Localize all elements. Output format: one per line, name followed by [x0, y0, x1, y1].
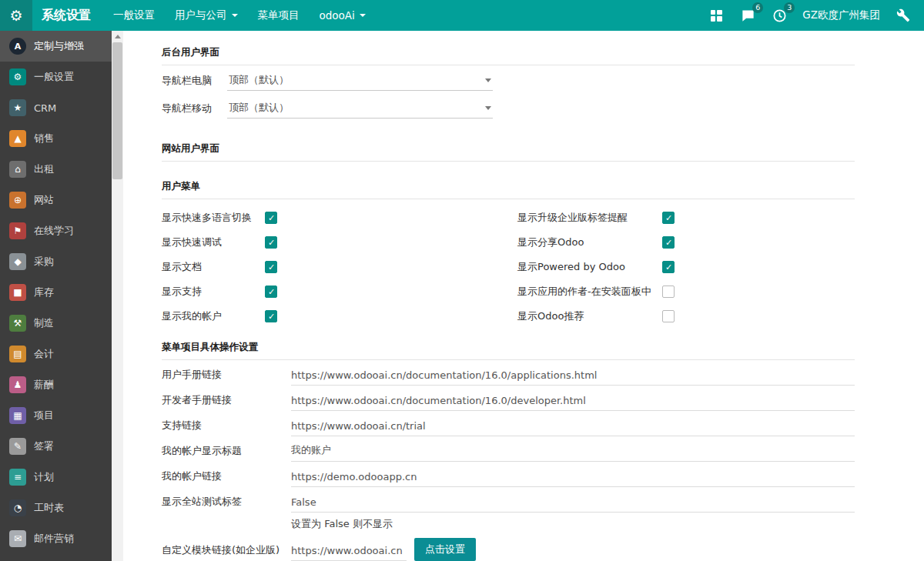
checkbox-row: 显示我的帐户 显示Odoo推荐 [162, 304, 855, 329]
sidebar-item-inventory[interactable]: ■ 库存 [0, 277, 112, 308]
test-label-help-row: 设置为 False 则不显示 [162, 515, 855, 536]
sidebar-item-payroll[interactable]: ♟ 薪酬 [0, 369, 112, 400]
topbar: ⚙ 系统设置 一般设置 用户与公司 菜单项目 odooAi 6 [0, 0, 924, 31]
sidebar-item-label: 库存 [34, 286, 54, 299]
checkbox[interactable] [662, 286, 675, 298]
topbar-right: 6 3 GZ欧度广州集团 [708, 7, 924, 24]
icon-glyph: ▦ [13, 411, 22, 420]
sidebar-item-sales[interactable]: ▲ 销售 [0, 123, 112, 154]
icon-glyph: ⚒ [14, 319, 22, 328]
icon-glyph: A [15, 42, 22, 51]
sidebar-item-accounting[interactable]: ▤ 会计 [0, 339, 112, 369]
sidebar-item-general-settings[interactable]: ⚙ 一般设置 [0, 62, 112, 92]
user-manual-link-row: 用户手册链接 https://www.odooai.cn/documentati… [162, 360, 855, 386]
sidebar-item-label: 出租 [34, 162, 54, 176]
section-website-ui: 网站用户界面 [162, 142, 855, 162]
user-manual-link-input[interactable]: https://www.odooai.cn/documentation/16.0… [291, 369, 855, 386]
scroll-up-arrow-icon[interactable] [112, 31, 123, 42]
sidebar-item-project[interactable]: ▦ 项目 [0, 400, 112, 431]
accounting-icon: ▤ [9, 346, 26, 362]
sidebar-item-purchase[interactable]: ◆ 采购 [0, 246, 112, 277]
sidebar-item-planning[interactable]: ≡ 计划 [0, 462, 112, 493]
support-link-input[interactable]: https://www.odooai.cn/trial [291, 420, 855, 436]
account-title-row: 我的帐户显示标题 我的账户 [162, 436, 855, 462]
field-label: 我的帐户链接 [162, 469, 291, 487]
navbar-mobile-select[interactable]: 顶部（默认） [227, 98, 493, 119]
sidebar-item-website[interactable]: ⊕ 网站 [0, 185, 112, 215]
checkbox[interactable] [265, 236, 277, 249]
checkbox-row: 显示支持 显示应用的作者-在安装面板中 [162, 279, 855, 304]
messages-button[interactable]: 6 [739, 7, 756, 24]
sidebar-item-label: 制造 [34, 316, 54, 330]
menu-users-companies[interactable]: 用户与公司 [165, 0, 248, 31]
test-label-row: 显示全站测试标签 False [162, 487, 855, 513]
app-title[interactable]: 系统设置 [32, 8, 103, 24]
activities-button[interactable]: 3 [771, 7, 788, 24]
sidebar-item-elearning[interactable]: ⚑ 在线学习 [0, 215, 112, 246]
sidebar-item-sign[interactable]: ✎ 签署 [0, 431, 112, 462]
debug-tools-button[interactable] [895, 7, 912, 24]
checkbox-label: 显示快速调试 [162, 235, 265, 249]
chevron-down-icon [360, 14, 366, 17]
checkbox[interactable] [662, 236, 675, 249]
gear-icon: ⚙ [9, 68, 26, 85]
sidebar-item-manufacturing[interactable]: ⚒ 制造 [0, 308, 112, 339]
apps-icon[interactable] [708, 7, 725, 24]
sidebar-item-timesheets[interactable]: ◔ 工时表 [0, 493, 112, 523]
checkbox-label: 显示快速多语言切换 [162, 211, 265, 225]
account-title-input[interactable]: 我的账户 [291, 443, 855, 462]
sidebar-item-customization[interactable]: A 定制与增强 [0, 31, 112, 62]
account-link-row: 我的帐户链接 https://demo.odooapp.cn [162, 462, 855, 487]
configure-button[interactable]: 点击设置 [414, 538, 476, 561]
sidebar-item-rental[interactable]: ⌂ 出租 [0, 154, 112, 185]
developer-manual-link-input[interactable]: https://www.odooai.cn/documentation/16.0… [291, 395, 855, 411]
sidebar-item-label: 采购 [34, 255, 54, 269]
field-label: 导航栏移动 [162, 102, 227, 115]
checkbox-label: 显示分享Odoo [517, 235, 662, 249]
navbar-pc-select[interactable]: 顶部（默认） [227, 70, 493, 91]
icon-glyph: ⚑ [14, 226, 22, 235]
custom-module-link-input[interactable]: https://www.odooai.cn [291, 545, 407, 561]
field-label: 支持链接 [162, 419, 291, 436]
gear-icon: ⚙ [9, 7, 22, 24]
sidebar-item-label: 薪酬 [34, 378, 54, 392]
scrollbar-thumb[interactable] [112, 42, 122, 179]
sidebar-item-email-marketing[interactable]: ✉ 邮件营销 [0, 523, 112, 554]
chevron-down-icon [485, 106, 491, 110]
icon-glyph: ★ [14, 103, 22, 112]
checkbox[interactable] [662, 310, 675, 322]
checkbox-label: 显示Odoo推荐 [517, 309, 662, 323]
user-menu[interactable]: GZ欧度广州集团 [802, 8, 880, 22]
menu-odooai[interactable]: odooAi [310, 0, 376, 31]
checkbox-row: 显示快速多语言切换 显示升级企业版标签提醒 [162, 205, 855, 230]
checkbox[interactable] [265, 286, 277, 298]
sidebar-item-label: 签署 [34, 439, 54, 453]
rental-icon: ⌂ [9, 161, 26, 178]
vertical-scrollbar[interactable] [112, 31, 123, 561]
menu-general-settings[interactable]: 一般设置 [103, 0, 165, 31]
icon-glyph: ◔ [14, 503, 22, 513]
settings-content: 后台用户界面 导航栏电脑 顶部（默认） 导航栏移动 顶部（默认） 网站用户界面 … [123, 31, 924, 561]
checkbox[interactable] [265, 261, 277, 273]
checkbox-label: 显示升级企业版标签提醒 [517, 211, 662, 225]
checkbox[interactable] [265, 310, 277, 322]
field-label: 开发者手册链接 [162, 393, 291, 411]
field-label: 我的帐户显示标题 [162, 444, 291, 462]
settings-app-icon[interactable]: ⚙ [0, 0, 32, 31]
account-link-input[interactable]: https://demo.odooapp.cn [291, 471, 855, 487]
checkbox-row: 显示文档 显示Powered by Odoo [162, 255, 855, 279]
section-menu-item-settings: 菜单项目具体操作设置 [162, 341, 855, 360]
field-label: 自定义模块链接(如企业版) [162, 543, 291, 561]
section-backend-ui: 后台用户界面 [162, 46, 855, 65]
test-label-input[interactable]: False [291, 496, 855, 513]
section-user-menu: 用户菜单 [162, 180, 855, 199]
checkbox[interactable] [662, 212, 675, 224]
sidebar-item-crm[interactable]: ★ CRM [0, 92, 112, 123]
navbar-mobile-row: 导航栏移动 顶部（默认） [162, 95, 855, 121]
sales-icon: ▲ [9, 130, 26, 147]
checkbox[interactable] [662, 261, 675, 273]
spacer [162, 515, 291, 536]
checkbox[interactable] [265, 212, 277, 224]
menu-menu-items[interactable]: 菜单项目 [248, 0, 310, 31]
purchase-icon: ◆ [9, 253, 26, 270]
